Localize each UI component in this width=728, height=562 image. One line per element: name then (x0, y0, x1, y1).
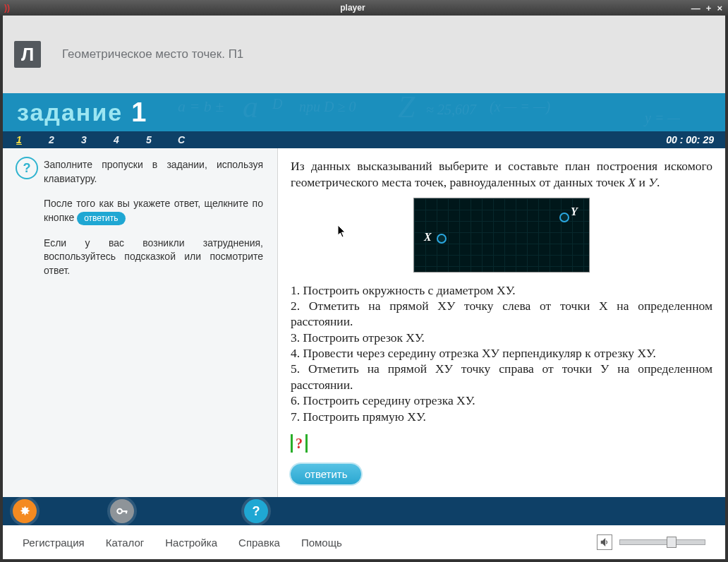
menu-help[interactable]: Помощь (301, 537, 342, 549)
question-intro: Из данных высказываний выберите и состав… (291, 158, 712, 191)
content: ? Заполните пропуски в задании, использу… (3, 148, 725, 559)
task-nav-3[interactable]: 3 (68, 134, 100, 145)
answer-pill-sample: ответить (77, 212, 125, 225)
instr-p1: Заполните пропуски в задании, используя … (44, 158, 263, 186)
opt-7: 7. Построить прямую ХУ. (291, 409, 712, 424)
task-nav-c[interactable]: С (165, 134, 198, 145)
volume-slider[interactable] (619, 539, 705, 545)
window-title: player (14, 3, 691, 13)
opt-4: 4. Провести через середину отрезка ХУ пе… (291, 345, 712, 361)
task-nav: 1 2 3 4 5 С 00 : 00: 29 (3, 131, 725, 148)
footer: Регистрация Каталог Настройка Справка По… (3, 525, 725, 559)
task-nav-1[interactable]: 1 (3, 134, 35, 145)
bottom-toolbar: ✸ ? (3, 497, 725, 525)
point-y (559, 213, 569, 222)
task-number: 1 (131, 97, 146, 128)
volume-handle[interactable] (667, 537, 677, 548)
label-y: Y (571, 205, 578, 218)
task-label: задание (17, 99, 123, 126)
minimize-button[interactable]: — (691, 3, 700, 13)
volume-control (597, 534, 705, 550)
menu-settings[interactable]: Настройка (165, 537, 217, 549)
task-header: задание 1 a = b ± a D при D ≥ 0 Z ≈ 25,6… (3, 93, 725, 131)
lesson-header: Л Геометрическое место точек. П1 (3, 16, 725, 93)
menu-registration[interactable]: Регистрация (23, 537, 85, 549)
app-logo: Л (14, 41, 41, 68)
task-nav-5[interactable]: 5 (133, 134, 165, 145)
speaker-icon[interactable] (597, 534, 612, 550)
opt-1: 1. Построить окружность с диаметром ХУ. (291, 282, 712, 298)
app-window: )) player — + × Л Геометрическое место т… (0, 0, 728, 562)
options-list: 1. Построить окружность с диаметром ХУ. … (291, 282, 712, 425)
instr-p3: Если у вас возникли затруднения, восполь… (44, 237, 263, 278)
menu-reference[interactable]: Справка (238, 537, 280, 549)
svg-rect-2 (126, 510, 127, 513)
maximize-button[interactable]: + (706, 3, 712, 13)
opt-3: 3. Построить отрезок ХУ. (291, 330, 712, 345)
window-controls: — + × (691, 3, 728, 13)
xy-plot: X Y (413, 198, 590, 273)
titlebar: )) player — + × (0, 0, 728, 16)
point-x (437, 234, 447, 244)
task-nav-4[interactable]: 4 (100, 134, 133, 145)
opt-6: 6. Построить середину отрезка ХУ. (291, 393, 712, 408)
info-icon: ? (16, 157, 38, 179)
lesson-title: Геометрическое место точек. П1 (62, 47, 243, 61)
menu-catalog[interactable]: Каталог (106, 537, 145, 549)
opt-5: 5. Отметить на прямой ХУ точку справа от… (291, 361, 712, 393)
client-area: Л Геометрическое место точек. П1 задание… (3, 16, 725, 559)
plot-wrap: X Y (291, 198, 712, 273)
hint-button[interactable]: ? (244, 499, 268, 523)
answer-button[interactable]: ответить (291, 464, 361, 484)
opt-2: 2. Отметить на прямой ХУ точку слева от … (291, 298, 712, 330)
label-x: X (424, 231, 432, 244)
instructions-text: Заполните пропуски в задании, используя … (44, 158, 263, 277)
lifesaver-icon[interactable]: ✸ (13, 499, 37, 523)
os-menu-icon[interactable]: )) (0, 3, 14, 13)
close-button[interactable]: × (717, 3, 722, 13)
answer-input[interactable]: ? (291, 434, 308, 453)
svg-point-0 (117, 509, 122, 514)
task-nav-2[interactable]: 2 (35, 134, 68, 145)
instr-p2: После того как вы укажете ответ, щелкнит… (44, 197, 263, 225)
timer: 00 : 00: 29 (666, 134, 714, 145)
key-icon[interactable] (110, 499, 134, 523)
